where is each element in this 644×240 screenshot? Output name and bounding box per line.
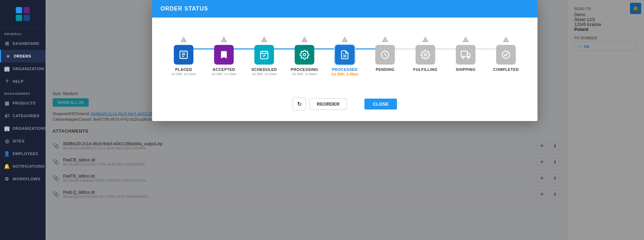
order-status-timeline: ! PLACED Jul 30th, 12:23am ! (166, 28, 523, 80)
svg-rect-1 (23, 7, 30, 13)
pending-label: PENDING (376, 67, 395, 72)
logo (0, 0, 46, 28)
sidebar-item-organization[interactable]: 🏢 ORGANIZATION (0, 62, 46, 75)
scheduled-icon-box (254, 45, 274, 65)
placed-date: Jul 30th, 12:23am (171, 72, 196, 76)
sidebar-item-sites[interactable]: ◎ SITES (0, 135, 46, 147)
svg-point-30 (424, 54, 427, 56)
sidebar-item-workflows[interactable]: ⚙ WORKFLOWS (0, 173, 46, 185)
notifications-icon: 🔔 (4, 164, 10, 169)
step-shipping: ! SHIPPING (452, 35, 480, 72)
svg-text:!: ! (385, 39, 386, 42)
modal-body: ! PLACED Jul 30th, 12:23am ! (152, 18, 537, 90)
svg-rect-33 (461, 51, 467, 56)
sidebar-label-dashboard: DASHBOARD (13, 41, 39, 46)
sidebar-item-dashboard[interactable]: ⊞ DASHBOARD (0, 37, 46, 50)
sidebar-label-categories: CATEGORIES (13, 114, 40, 118)
sidebar-label-org: ORGANIZATION (13, 67, 44, 71)
shipping-label: SHIPPING (456, 67, 476, 72)
organizations-icon: 🏢 (4, 126, 10, 131)
step-pending: ! PENDING (371, 35, 399, 72)
placed-label: PLACED (175, 67, 192, 72)
sidebar-label-orders: ORDERS (14, 54, 31, 58)
sidebar-label-organizations: ORGANIZATIONS (13, 126, 47, 131)
accepted-label: ACCEPTED (213, 67, 235, 72)
sidebar-label-products: PRODUCTS (13, 101, 36, 105)
sites-icon: ◎ (4, 138, 10, 144)
processing-icon-box (295, 45, 314, 65)
svg-rect-0 (16, 7, 22, 13)
main-content: Size: Medium SHOW ALL (8) Shapeshift3DOr… (46, 0, 644, 240)
sidebar-item-products[interactable]: ▦ PRODUCTS (0, 97, 46, 109)
placed-icon-box (174, 45, 193, 65)
employees-icon: 👤 (4, 151, 10, 156)
sidebar-item-categories[interactable]: 🏷 CATEGORIES (0, 109, 46, 122)
sidebar-item-orders[interactable]: ≡ ORDERS (0, 50, 46, 62)
step-processed: ! PROCESSED Jul 30th, (331, 35, 359, 76)
sidebar-label-sites: SITES (13, 139, 25, 143)
sidebar-label-notifications: NOTIFICATIONS (13, 164, 44, 168)
step-fulfilling: ! FULFILLING (411, 35, 439, 72)
workflows-icon: ⚙ (4, 176, 10, 182)
fulfilling-icon-box (416, 45, 435, 65)
svg-rect-3 (23, 15, 30, 21)
svg-text:!: ! (224, 39, 225, 42)
svg-text:!: ! (264, 39, 265, 42)
dashboard-icon: ⊞ (4, 41, 10, 46)
sidebar-label-help: HELP (13, 79, 23, 84)
sidebar-label-workflows: WORKFLOWS (13, 177, 40, 181)
sidebar-item-help[interactable]: ? HELP (0, 75, 46, 88)
general-section-label: GENERAL (0, 28, 46, 37)
orders-icon: ≡ (5, 53, 11, 59)
svg-point-34 (462, 56, 464, 59)
accepted-date: Jul 30th, 12:23am (211, 72, 237, 76)
modal-header: ORDER STATUS (152, 0, 537, 18)
products-icon: ▦ (4, 100, 10, 106)
scheduled-label: SCHEDULED (252, 67, 277, 72)
processing-label: PROCESSING (291, 67, 318, 72)
management-section-label: MANAGEMENT (0, 88, 46, 97)
categories-icon: 🏷 (4, 113, 10, 119)
completed-label: COMPLETED (493, 67, 519, 72)
completed-icon-box (496, 45, 516, 65)
svg-text:!: ! (304, 39, 305, 42)
close-button[interactable]: CLOSE (364, 99, 397, 109)
sidebar-item-notifications[interactable]: 🔔 NOTIFICATIONS (0, 160, 46, 173)
step-processing: ! PROCESSING Jul 30th, 12:30am (290, 35, 318, 76)
processing-date: Jul 30th, 12:30am (292, 72, 317, 76)
sidebar-item-employees[interactable]: 👤 EMPLOYEES (0, 147, 46, 160)
svg-text:!: ! (465, 39, 466, 42)
pending-icon-box (375, 45, 395, 65)
scheduled-date: Jul 30th, 12:23am (252, 72, 277, 76)
processed-icon-box (335, 45, 355, 65)
svg-text:!: ! (344, 39, 345, 42)
step-accepted: ! ACCEPTED Jul 30th, 12:23am (210, 35, 238, 76)
svg-point-20 (303, 54, 306, 56)
order-status-modal: ORDER STATUS ! PLACED (152, 0, 537, 121)
help-icon: ? (4, 79, 10, 84)
reorder-button[interactable]: REORDER (309, 98, 347, 110)
modal-overlay: ORDER STATUS ! PLACED (46, 0, 644, 240)
svg-text:!: ! (506, 39, 507, 42)
processed-label: PROCESSED (332, 67, 358, 72)
sidebar-label-employees: EMPLOYEES (13, 152, 38, 156)
svg-rect-2 (16, 15, 22, 21)
sidebar: GENERAL ⊞ DASHBOARD ≡ ORDERS 🏢 ORGANIZAT… (0, 0, 46, 240)
fulfilling-label: FULFILLING (413, 67, 437, 72)
step-scheduled: ! SCHEDULED Jul 30th, 12:23am (250, 35, 278, 76)
svg-rect-14 (261, 52, 268, 59)
step-placed: ! PLACED Jul 30th, 12:23am (170, 35, 198, 76)
shipping-icon-box (456, 45, 475, 65)
refresh-button[interactable]: ↻ (293, 97, 306, 111)
svg-text:!: ! (425, 39, 426, 42)
modal-footer: ↻ REORDER CLOSE (152, 90, 537, 121)
org-icon: 🏢 (4, 66, 10, 72)
svg-text:!: ! (183, 39, 184, 42)
svg-point-35 (467, 56, 470, 59)
accepted-icon-box (214, 45, 234, 65)
step-completed: ! COMPLETED (492, 35, 520, 72)
sidebar-item-organizations[interactable]: 🏢 ORGANIZATIONS (0, 122, 46, 135)
modal-title: ORDER STATUS (160, 6, 208, 12)
processed-date: Jul 30th, 3:48am (331, 72, 358, 76)
